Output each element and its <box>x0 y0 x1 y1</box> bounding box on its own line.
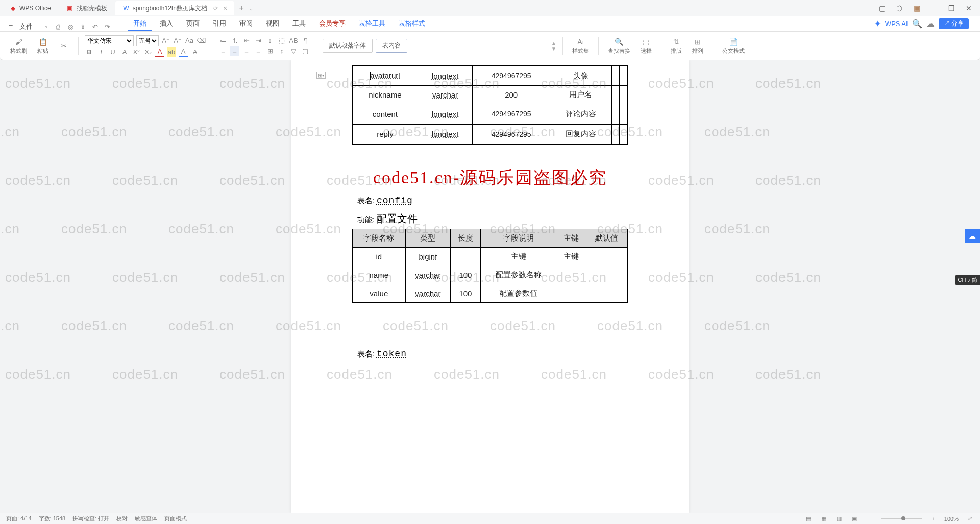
strike-button[interactable]: A <box>120 47 129 57</box>
table-row[interactable]: replylongtext4294967295回复内容 <box>353 124 628 144</box>
menu-tab-tools[interactable]: 工具 <box>287 17 311 31</box>
menu-tab-page[interactable]: 页面 <box>181 17 205 31</box>
menu-tab-tablestyle[interactable]: 表格样式 <box>394 17 430 31</box>
italic-button[interactable]: I <box>96 47 106 57</box>
cube-icon[interactable]: ⬡ <box>894 4 904 12</box>
table-row[interactable]: nicknamevarchar200用户名 <box>353 86 628 104</box>
view-web-icon[interactable]: ▣ <box>850 515 859 522</box>
increase-font-icon[interactable]: A⁺ <box>161 36 170 45</box>
align-left-button[interactable]: ≡ <box>218 46 228 56</box>
print-icon[interactable]: ⎙ <box>54 22 63 31</box>
numbering-button[interactable]: ⒈ <box>230 36 239 45</box>
menu-tab-reference[interactable]: 引用 <box>208 17 231 31</box>
status-insert[interactable]: 敏感查体 <box>135 515 157 522</box>
table-2[interactable]: 字段名称类型长度字段说明主键默认值 idbigint主键主键 namevarch… <box>352 229 628 303</box>
select-button[interactable]: ⬚选择 <box>638 37 655 55</box>
styleset-button[interactable]: Aᵢ样式集 <box>569 37 592 55</box>
cloud-badge[interactable]: ☁ <box>965 229 980 243</box>
table-row[interactable]: namevarchar100配置参数名称 <box>353 266 628 284</box>
sort-group[interactable]: ⇅排版 <box>668 37 685 55</box>
find-button[interactable]: 🔍查找替换 <box>605 37 633 55</box>
cut-button[interactable]: ✂ <box>56 41 72 51</box>
font-color-button[interactable]: A <box>155 47 164 57</box>
close-button[interactable]: ✕ <box>964 4 974 12</box>
decrease-font-icon[interactable]: A⁻ <box>173 36 182 45</box>
hamburger-icon[interactable]: ≡ <box>7 22 14 31</box>
badge-icon[interactable]: ▣ <box>912 4 922 12</box>
paragraph-mark-button[interactable]: ¶ <box>301 36 310 45</box>
align-center-button[interactable]: ≡ <box>230 46 239 56</box>
zoom-value[interactable]: 100% <box>944 516 959 522</box>
fill-button[interactable]: ⬚ <box>277 36 286 45</box>
shading-button[interactable]: ▽ <box>289 46 298 56</box>
menu-tab-start[interactable]: 开始 <box>128 17 152 31</box>
table-row[interactable]: avatarurllongtext4294967295头像 <box>353 66 628 86</box>
paste-group[interactable]: 📋 粘贴 <box>34 37 52 55</box>
spacing-button[interactable]: ↕ <box>277 46 286 56</box>
font-size-select[interactable]: 五号 <box>136 35 159 46</box>
increase-indent-button[interactable]: ⇥ <box>254 36 263 45</box>
justify-button[interactable]: ≡ <box>254 46 263 56</box>
export-icon[interactable]: ⇪ <box>78 22 87 31</box>
menu-tab-member[interactable]: 会员专享 <box>314 17 351 31</box>
align-right-button[interactable]: ≡ <box>242 46 251 56</box>
superscript-button[interactable]: X² <box>132 47 141 57</box>
style-scroll-down[interactable]: ▼ <box>551 46 556 52</box>
status-spell[interactable]: 拼写检查: 打开 <box>72 515 109 522</box>
view-outline-icon[interactable]: ▦ <box>820 515 828 522</box>
status-words[interactable]: 字数: 1548 <box>39 515 66 522</box>
border-button[interactable]: ▢ <box>301 46 310 56</box>
file-menu[interactable]: 文件 <box>17 22 35 31</box>
style-scroll-up[interactable]: ▲ <box>551 40 556 46</box>
table-row[interactable]: valuevarchar100配置参数值 <box>353 284 628 303</box>
style-default[interactable]: 默认段落字体 <box>323 39 373 53</box>
subscript-button[interactable]: X₂ <box>143 47 153 57</box>
save-icon[interactable]: ▫ <box>41 22 51 31</box>
table-row[interactable]: idbigint主键主键 <box>353 248 628 266</box>
redo-icon[interactable]: ↷ <box>103 22 112 31</box>
zoom-slider[interactable] <box>881 518 922 519</box>
add-tab-button[interactable]: + <box>235 4 248 13</box>
underline-button[interactable]: U <box>108 47 117 57</box>
menu-tab-review[interactable]: 审阅 <box>234 17 258 31</box>
sort-button[interactable]: AB <box>289 36 298 45</box>
view-read-icon[interactable]: ▥ <box>835 515 843 522</box>
status-page[interactable]: 页面: 4/14 <box>6 515 32 522</box>
bullets-button[interactable]: ≔ <box>218 36 228 45</box>
table-1[interactable]: avatarurllongtext4294967295头像 nicknameva… <box>352 65 628 145</box>
share-button[interactable]: ↗ 分享 <box>939 18 969 29</box>
format-brush-group[interactable]: 🖌 格式刷 <box>7 37 30 55</box>
highlight-button[interactable]: ab <box>167 47 176 57</box>
zoom-in-button[interactable]: + <box>929 516 937 522</box>
undo-icon[interactable]: ↶ <box>90 22 100 31</box>
window-icon[interactable]: ▢ <box>877 4 887 12</box>
cloud-icon[interactable]: ☁ <box>926 19 935 29</box>
minimize-button[interactable]: — <box>929 4 939 12</box>
change-case-icon[interactable]: Aa <box>185 36 194 45</box>
fit-icon[interactable]: ⤢ <box>966 515 974 522</box>
menu-tab-view[interactable]: 视图 <box>261 17 284 31</box>
clear-format-icon[interactable]: ⌫ <box>197 36 206 45</box>
preview-icon[interactable]: ◎ <box>66 22 75 31</box>
tab-template[interactable]: ▣ 找稻壳模板 <box>59 1 114 15</box>
decrease-indent-button[interactable]: ⇤ <box>242 36 251 45</box>
close-icon[interactable]: × <box>223 4 227 12</box>
maximize-button[interactable]: ❐ <box>946 4 957 12</box>
wps-ai-button[interactable]: WPS AI <box>885 20 908 28</box>
tab-wps-office[interactable]: ◆ WPS Office <box>2 1 58 15</box>
arrange-group[interactable]: ⊞排列 <box>689 37 706 55</box>
dropdown-icon[interactable]: ⌵ <box>250 6 253 11</box>
char-shading-button[interactable]: A <box>190 47 200 57</box>
view-page-icon[interactable]: ▤ <box>804 515 813 522</box>
zoom-out-button[interactable]: − <box>866 516 874 522</box>
style-table[interactable]: 表内容 <box>376 39 407 53</box>
bold-button[interactable]: B <box>85 47 94 57</box>
line-spacing-button[interactable]: ↕ <box>265 36 275 45</box>
font-name-select[interactable]: 华文仿宋 <box>85 35 134 46</box>
ime-badge[interactable]: CH ♪ 简 <box>955 275 981 285</box>
tab-document[interactable]: W springbooth12fn数据库文档 ⟳ × <box>115 1 234 15</box>
status-proof[interactable]: 校对 <box>116 515 128 522</box>
menu-tab-insert[interactable]: 插入 <box>155 17 178 31</box>
status-layout[interactable]: 页面模式 <box>164 515 187 522</box>
search-icon[interactable]: 🔍 <box>912 19 922 29</box>
